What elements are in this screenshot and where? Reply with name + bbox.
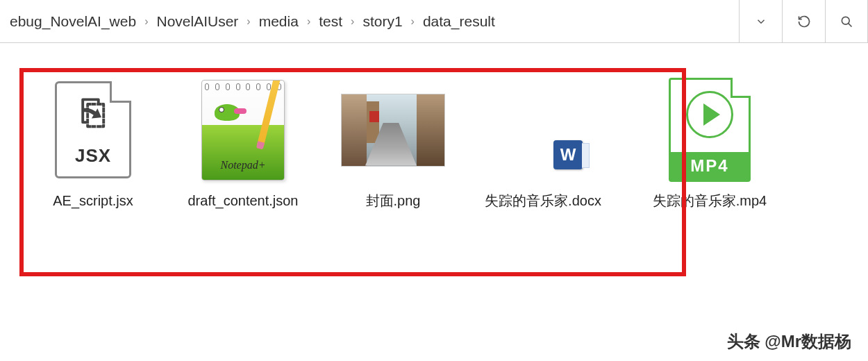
- chevron-right-icon: ›: [140, 15, 152, 28]
- chevron-right-icon: ›: [303, 15, 315, 28]
- address-toolbar: ebug_NovelAI_web › NovelAIUser › media ›…: [0, 0, 868, 43]
- breadcrumb-item[interactable]: NovelAIUser: [152, 13, 242, 30]
- refresh-icon: [797, 15, 811, 28]
- word-badge-label: W: [553, 140, 583, 169]
- chevron-right-icon: ›: [242, 15, 254, 28]
- file-label: 封面.png: [366, 192, 421, 210]
- breadcrumb-item[interactable]: ebug_NovelAI_web: [6, 13, 140, 30]
- chevron-right-icon: ›: [347, 15, 358, 28]
- image-thumbnail-icon: [341, 78, 445, 182]
- svg-point-0: [842, 17, 849, 24]
- watermark-text: 头条 @Mr数据杨: [727, 330, 851, 353]
- file-label: 失踪的音乐家.mp4: [653, 192, 767, 210]
- file-item-mp4[interactable]: MP4 失踪的音乐家.mp4: [647, 78, 772, 210]
- file-item-jsx[interactable]: ⎘ JSX AE_script.jsx: [31, 78, 156, 210]
- notepad-script-label: Notepad+: [202, 159, 284, 171]
- search-button[interactable]: [825, 0, 868, 42]
- breadcrumb-item[interactable]: story1: [358, 13, 406, 30]
- mp4-badge-label: MP4: [671, 152, 749, 180]
- file-label: draft_content.json: [188, 192, 299, 210]
- file-label: 失踪的音乐家.docx: [485, 192, 601, 210]
- refresh-button[interactable]: [782, 0, 825, 42]
- notepad-file-icon: Notepad+: [191, 78, 295, 182]
- file-grid: ⎘ JSX AE_script.jsx Notepad+ draft_conte…: [17, 64, 619, 217]
- file-area: ⎘ JSX AE_script.jsx Notepad+ draft_conte…: [0, 43, 868, 238]
- play-icon: [686, 91, 733, 138]
- chevron-right-icon: ›: [407, 15, 419, 28]
- breadcrumb-item[interactable]: test: [315, 13, 347, 30]
- breadcrumb-item[interactable]: media: [255, 13, 303, 30]
- history-dropdown-button[interactable]: [739, 0, 782, 42]
- jsx-file-icon: ⎘ JSX: [41, 78, 145, 182]
- svg-line-1: [849, 23, 852, 26]
- file-label: AE_script.jsx: [53, 192, 133, 210]
- breadcrumb-item[interactable]: data_result: [419, 13, 499, 30]
- mp4-file-icon: MP4: [658, 78, 762, 182]
- breadcrumb[interactable]: ebug_NovelAI_web › NovelAIUser › media ›…: [6, 0, 739, 42]
- chevron-down-icon: [755, 15, 767, 28]
- word-file-icon: W: [491, 78, 595, 182]
- file-item-docx[interactable]: W 失踪的音乐家.docx: [481, 78, 606, 210]
- search-icon: [840, 15, 853, 28]
- jsx-badge-label: JSX: [75, 145, 111, 167]
- file-item-png[interactable]: 封面.png: [331, 78, 456, 210]
- file-item-json[interactable]: Notepad+ draft_content.json: [181, 78, 306, 210]
